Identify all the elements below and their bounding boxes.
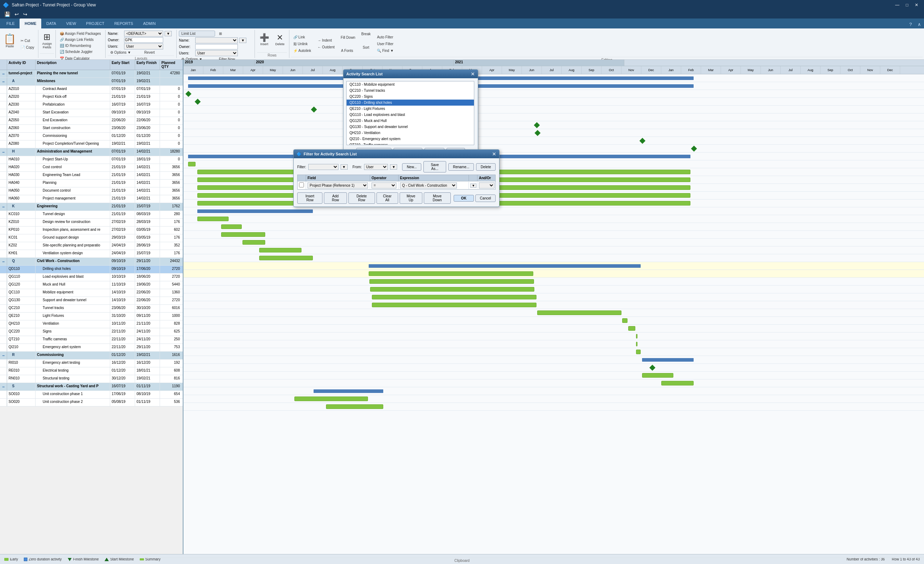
filter-dropdown-btn[interactable]: ▼	[340, 164, 348, 170]
table-row[interactable]: RE010Electrical testing01/12/2018/01/216…	[0, 368, 183, 375]
filter-expr-dropdown-btn[interactable]: ▼	[470, 183, 476, 188]
search-list-item[interactable]: QH210 - Ventilation	[346, 130, 474, 136]
table-row[interactable]: HA030Engineering Team Lead21/01/1914/02/…	[0, 172, 183, 180]
sort-button[interactable]: Sort	[359, 44, 373, 57]
search-list-item[interactable]: QC220 - Signs	[346, 93, 474, 100]
table-row[interactable]: −HAdministration and Management07/01/191…	[0, 148, 183, 156]
limit-list-button[interactable]: Limit List	[179, 31, 215, 37]
table-row[interactable]: QG130Support and dewater tunnel14/10/192…	[0, 297, 183, 305]
tab-project[interactable]: PROJECT	[81, 18, 109, 28]
table-row[interactable]: KH01Ventilation system design24/04/1915/…	[0, 250, 183, 258]
assign-link-fields-button[interactable]: 🔗 Assign Link Fields	[57, 37, 104, 43]
tab-home[interactable]: HOME	[20, 18, 41, 28]
user-filter-button[interactable]: User Filter	[374, 41, 396, 47]
fonts-button[interactable]: A Fonts	[339, 48, 357, 54]
ribbon-collapse-btn[interactable]: ∧	[915, 20, 924, 28]
undo-quick-btn[interactable]: ↩	[13, 10, 20, 18]
search-list-item[interactable]: QG130 - Support and dewater tunnel	[346, 124, 474, 130]
minimize-button[interactable]: —	[892, 2, 902, 8]
close-button[interactable]: ✕	[912, 2, 921, 8]
filter-users-select[interactable]: User	[195, 50, 238, 56]
autolink-button[interactable]: ⚡ Autolink	[291, 48, 314, 54]
search-list-item[interactable]: QT210 - Traffic cameras	[346, 142, 474, 145]
filter-now-button[interactable]: ⊞	[216, 31, 253, 37]
cut-button[interactable]: ✂Cut	[18, 38, 37, 44]
filter-dropdown-from-btn[interactable]: ▼	[390, 164, 397, 170]
table-row[interactable]: RI010Emergency alert testing16/12/2016/1…	[0, 360, 183, 368]
find-button[interactable]: 🔍 Find ▼	[374, 48, 396, 54]
search-list-item[interactable]: QG110 - Load explosives and blast	[346, 112, 474, 118]
copy-button[interactable]: 📄Copy	[18, 45, 37, 51]
search-list-item[interactable]: QE210 - Light Fixtures	[346, 106, 474, 112]
table-row[interactable]: QD110Drilling shot holes09/10/1917/06/20…	[0, 266, 183, 273]
filter-ok-button[interactable]: OK	[454, 195, 474, 202]
chart-pane[interactable]: 2019 2020 2021 JanFebMarAprMayJunJulAugS…	[183, 60, 924, 554]
paste-button[interactable]: 📋 Paste	[2, 33, 18, 56]
maximize-button[interactable]: □	[903, 2, 911, 8]
table-row[interactable]: QC110Mobilize equipment14/10/1922/06/201…	[0, 289, 183, 297]
filter-rename-button[interactable]: Rename...	[448, 163, 474, 171]
table-row[interactable]: HA010Project Start-Up07/01/1918/01/190	[0, 156, 183, 164]
search-list-item[interactable]: QI210 - Emergency alert system	[346, 136, 474, 142]
table-row[interactable]: QG110Load explosives and blast10/10/1918…	[0, 273, 183, 281]
insert-row-button[interactable]: ➕ Insert	[257, 32, 271, 52]
collapse-button[interactable]: −	[2, 385, 4, 389]
schedule-juggler-button[interactable]: 🔄 Schedule Juggler	[57, 49, 104, 55]
search-list-item[interactable]: QC210 - Tunnel tracks	[346, 87, 474, 93]
table-row[interactable]: KZ010Design review for construction27/02…	[0, 219, 183, 226]
table-row[interactable]: QI210Emergency alert system22/11/2029/11…	[0, 344, 183, 352]
table-row[interactable]: SO010Unit construction phase 117/06/1908…	[0, 391, 183, 399]
filter-from-select[interactable]: User	[364, 164, 388, 170]
table-row[interactable]: −AMilestones07/01/1919/02/21	[0, 78, 183, 86]
layout-revert-button[interactable]: Revert	[142, 50, 174, 56]
filter-move-up-button[interactable]: Move Up	[400, 192, 422, 204]
filter-save-as-button[interactable]: Save As...	[423, 161, 446, 172]
table-row[interactable]: KP010Inspection plans, assessment and re…	[0, 226, 183, 234]
table-row[interactable]: −QCivil Work - Construction09/10/1929/11…	[0, 258, 183, 266]
filter-andor-select[interactable]	[479, 182, 495, 189]
tab-data[interactable]: DATA	[41, 18, 61, 28]
table-row[interactable]: AZ050End Excavation22/06/2022/06/200	[0, 117, 183, 125]
outdent-button[interactable]: ← Outdent	[315, 44, 337, 50]
search-list-item[interactable]: QD110 - Drilling shot holes	[346, 100, 474, 106]
table-row[interactable]: QT210Traffic cameras22/11/2024/11/20250	[0, 336, 183, 344]
table-row[interactable]: AZ020Project Kick-off21/01/1921/01/190	[0, 93, 183, 101]
layout-options-dropdown[interactable]: ▼	[165, 31, 172, 36]
collapse-button[interactable]: −	[2, 150, 4, 154]
collapse-button[interactable]: −	[2, 354, 4, 358]
filter-owner-input[interactable]	[195, 44, 238, 50]
table-row[interactable]: AZ060Start construction23/06/2023/06/200	[0, 125, 183, 133]
table-row[interactable]: AZ070Commissioning01/12/2001/12/200	[0, 133, 183, 141]
search-results-list[interactable]: QC110 - Mobilize equipmentQC210 - Tunnel…	[346, 81, 474, 145]
table-row[interactable]: QC220Signs22/11/2024/11/20625	[0, 328, 183, 336]
filter-add-row-button[interactable]: Add Row	[324, 192, 346, 204]
tab-view[interactable]: VIEW	[61, 18, 81, 28]
table-row[interactable]: QC210Tunnel tracks23/06/2030/10/206016	[0, 305, 183, 313]
collapse-button[interactable]: −	[2, 80, 4, 84]
redo-quick-btn[interactable]: ↪	[22, 10, 29, 18]
filter-delete-button[interactable]: Delete	[476, 163, 496, 171]
tab-reports[interactable]: REPORTS	[109, 18, 138, 28]
break-button[interactable]: Break	[359, 31, 373, 44]
search-dialog-close-button[interactable]: ✕	[471, 71, 475, 77]
layout-options-button[interactable]: ⚙ Options ▼	[108, 50, 140, 56]
filter-clear-all-button[interactable]: Clear All	[376, 192, 398, 204]
table-row[interactable]: AZ010Contract Award07/01/1907/01/190	[0, 86, 183, 93]
table-row[interactable]: KC01Ground support design29/03/1903/05/1…	[0, 234, 183, 242]
collapse-button[interactable]: −	[2, 260, 4, 264]
fill-down-button[interactable]: Fill Down	[339, 34, 357, 47]
collapse-button[interactable]: −	[2, 72, 4, 76]
ribbon-help-btn[interactable]: ?	[907, 20, 915, 28]
table-row[interactable]: HA060Project management21/01/1914/02/213…	[0, 195, 183, 203]
table-row[interactable]: QG120Muck and Hull11/10/1919/06/205440	[0, 281, 183, 289]
layout-name-select[interactable]: <DEFAULT>	[124, 31, 163, 37]
filter-name-select[interactable]	[195, 38, 238, 44]
filter-dialog-close-button[interactable]: ✕	[492, 151, 496, 157]
table-row[interactable]: −SStructural work - Casting Yard and P16…	[0, 383, 183, 391]
table-row[interactable]: SO020Unit construction phase 205/08/1901…	[0, 399, 183, 406]
table-row[interactable]: QH210Ventilation10/11/2021/11/20828	[0, 320, 183, 328]
filter-new-button[interactable]: New...	[402, 163, 421, 171]
table-row[interactable]: −tunnel-projectPlanning the new tunnel07…	[0, 70, 183, 78]
assign-field-packages-button[interactable]: 📦 Assign Field Packages	[57, 31, 104, 37]
search-list-item[interactable]: QC110 - Mobilize equipment	[346, 81, 474, 87]
